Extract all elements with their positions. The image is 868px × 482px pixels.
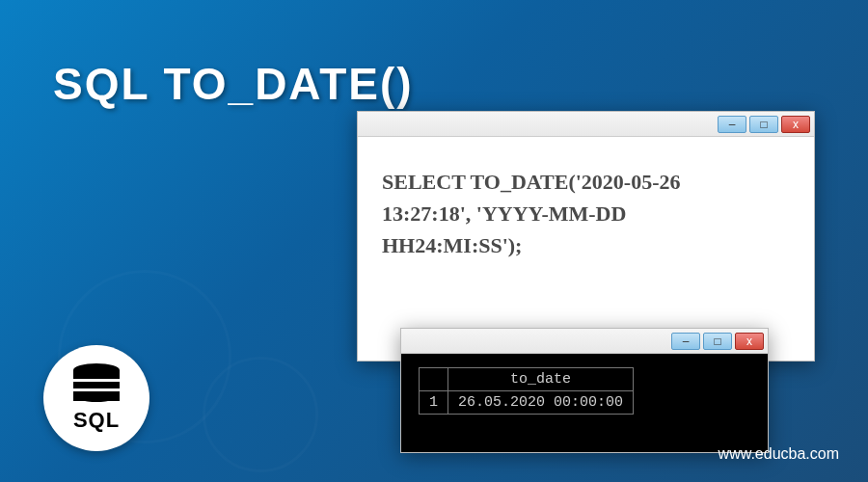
minimize-button[interactable]: – — [671, 333, 700, 350]
sql-logo: SQL — [43, 345, 149, 451]
column-header: to_date — [448, 368, 634, 391]
footer-url: www.educba.com — [719, 445, 839, 463]
code-window: – □ x SELECT TO_DATE('2020-05-26 13:27:1… — [357, 111, 815, 362]
sql-logo-text: SQL — [73, 408, 120, 433]
maximize-button[interactable]: □ — [749, 116, 778, 133]
table-corner-cell — [420, 368, 448, 391]
bg-gear-decoration — [203, 357, 318, 472]
result-window: – □ x to_date 1 26.05.2020 00:00:00 — [400, 328, 769, 453]
close-button[interactable]: x — [781, 116, 810, 133]
cell-value: 26.05.2020 00:00:00 — [448, 391, 634, 415]
page-title: SQL TO_DATE() — [53, 58, 414, 110]
code-content: SELECT TO_DATE('2020-05-26 13:27:18', 'Y… — [358, 137, 814, 290]
database-icon — [73, 363, 120, 402]
code-line: 13:27:18', 'YYYY-MM-DD — [382, 198, 790, 229]
result-table: to_date 1 26.05.2020 00:00:00 — [419, 367, 634, 415]
table-row: 1 26.05.2020 00:00:00 — [420, 391, 634, 415]
code-line: SELECT TO_DATE('2020-05-26 — [382, 166, 790, 198]
minimize-button[interactable]: – — [718, 116, 746, 133]
code-line: HH24:MI:SS'); — [382, 229, 790, 261]
close-button[interactable]: x — [735, 333, 764, 350]
code-window-titlebar: – □ x — [358, 112, 814, 137]
result-window-titlebar: – □ x — [401, 329, 768, 354]
result-content: to_date 1 26.05.2020 00:00:00 — [401, 354, 768, 452]
row-number: 1 — [420, 391, 448, 415]
maximize-button[interactable]: □ — [703, 333, 732, 350]
